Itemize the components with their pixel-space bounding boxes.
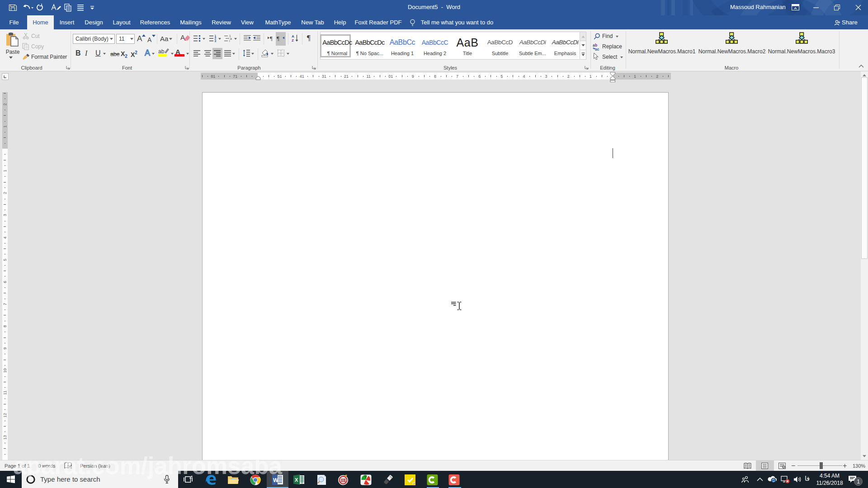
svg-text:Z: Z (292, 38, 294, 42)
svg-text:X: X (295, 477, 298, 483)
svg-text:i: i (229, 39, 230, 42)
svg-text:¶: ¶ (270, 35, 273, 42)
svg-text:¶: ¶ (277, 35, 279, 42)
svg-text:ac: ac (595, 47, 599, 51)
svg-text:A: A (292, 34, 294, 38)
svg-text:3: 3 (215, 39, 217, 42)
svg-text:a: a (230, 37, 232, 40)
